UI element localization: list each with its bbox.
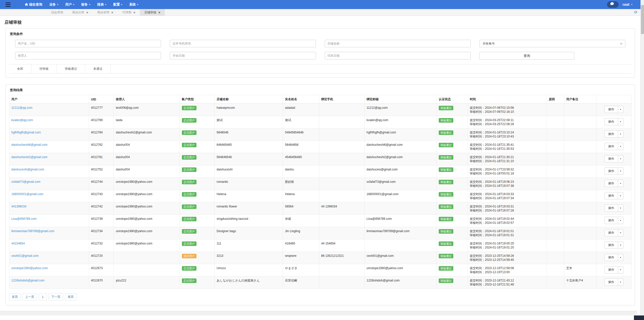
user-link[interactable]: linmiaomiao789789@gmail.com bbox=[11, 229, 54, 233]
filter-tab[interactable]: 审核通过 bbox=[57, 64, 85, 73]
tab[interactable]: 店铺审核 × bbox=[140, 9, 165, 16]
action-button[interactable]: 操作 bbox=[605, 130, 618, 138]
close-icon[interactable]: × bbox=[158, 11, 160, 14]
nav-menu-item[interactable]: 业务 ▾ bbox=[46, 0, 62, 9]
tab-label: 商品管理 bbox=[97, 10, 109, 15]
idcard-input[interactable] bbox=[170, 40, 316, 47]
action-button[interactable]: 操作 bbox=[605, 217, 618, 224]
scrollbar-thumb[interactable] bbox=[641, 5, 644, 34]
action-dropdown-button[interactable]: ▾ bbox=[618, 204, 623, 212]
action-button[interactable]: 操作 bbox=[605, 167, 618, 175]
filter-tab[interactable]: 全部 bbox=[9, 64, 31, 73]
action-button[interactable]: 操作 bbox=[605, 155, 618, 162]
pagination-button[interactable]: 上一页 bbox=[22, 293, 37, 301]
user-link[interactable]: daishucheshi6@gmail.com bbox=[11, 143, 48, 147]
action-cell: 操作 ▾ bbox=[596, 178, 631, 190]
action-dropdown-button[interactable]: ▾ bbox=[618, 254, 623, 261]
action-dropdown-button[interactable]: ▾ bbox=[618, 130, 623, 138]
end-date-input[interactable] bbox=[325, 52, 471, 59]
table-row: daishucheshi6@gmail.com 4012762 daishu00… bbox=[9, 141, 631, 153]
start-date-input[interactable] bbox=[170, 52, 316, 59]
referrer-cell: daishu004 bbox=[114, 141, 180, 153]
user-menu[interactable]: root ▾ bbox=[623, 3, 632, 7]
user-link[interactable]: 1228ishidoh@gmail.com bbox=[11, 279, 45, 282]
pagination-button[interactable]: 下一页 bbox=[49, 293, 63, 301]
action-button[interactable]: 操作 bbox=[605, 106, 618, 113]
action-dropdown-button[interactable]: ▾ bbox=[618, 192, 623, 199]
action-dropdown-button[interactable]: ▾ bbox=[618, 278, 623, 286]
close-icon[interactable]: × bbox=[86, 11, 88, 14]
messages-button[interactable] bbox=[607, 1, 619, 8]
action-dropdown-button[interactable]: ▾ bbox=[618, 266, 623, 273]
action-button-group: 操作 ▾ bbox=[605, 241, 623, 249]
user-link[interactable]: hgfhfhgfh@gmail.com bbox=[11, 131, 41, 134]
chevron-down-icon: ▾ bbox=[620, 158, 621, 160]
action-button[interactable]: 操作 bbox=[605, 254, 618, 261]
user-link[interactable]: daishucheshi2@gmail.com bbox=[11, 155, 48, 159]
action-dropdown-button[interactable]: ▾ bbox=[618, 155, 623, 162]
pagination-button[interactable]: 首页 bbox=[9, 293, 21, 301]
user-link[interactable]: daishuceshi@gmail.com bbox=[11, 168, 44, 171]
account-type-cell: 正式用户 bbox=[180, 227, 214, 239]
filter-tab[interactable]: 待审核 bbox=[31, 64, 57, 73]
action-button[interactable]: 操作 bbox=[605, 204, 618, 212]
corner-widget[interactable] bbox=[634, 315, 644, 320]
user-link[interactable]: 44154654 bbox=[11, 242, 25, 245]
action-dropdown-button[interactable]: ▾ bbox=[618, 167, 623, 175]
nav-menu-item[interactable]: 综合查询 bbox=[21, 0, 46, 9]
action-button[interactable]: 操作 bbox=[605, 192, 618, 199]
shop-name-input[interactable] bbox=[325, 40, 471, 47]
nav-menu-item[interactable]: 用户 ▾ bbox=[62, 0, 78, 9]
nav-menu-item[interactable]: 配置 ▾ bbox=[110, 0, 126, 9]
tab[interactable]: 商品分类 × bbox=[68, 9, 93, 16]
user-link[interactable]: 168000001@gmail.com bbox=[11, 192, 43, 196]
filter-tab[interactable]: 未通过 bbox=[85, 64, 111, 73]
action-button[interactable]: 操作 bbox=[605, 266, 618, 273]
tab[interactable]: 代理商 × bbox=[118, 9, 140, 16]
account-type-select[interactable]: 所有账号 bbox=[479, 40, 625, 47]
action-button[interactable]: 操作 bbox=[605, 143, 618, 150]
action-button-group: 操作 ▾ bbox=[605, 180, 623, 187]
user-link[interactable]: 11212@qq.com bbox=[11, 106, 32, 110]
referrer-input[interactable] bbox=[15, 52, 161, 59]
action-dropdown-button[interactable]: ▾ bbox=[618, 217, 623, 224]
close-icon[interactable]: × bbox=[111, 11, 113, 14]
nav-menu-item[interactable]: 系统 ▾ bbox=[126, 0, 142, 9]
vertical-scrollbar[interactable] bbox=[640, 0, 644, 320]
nav-menu-item[interactable]: 财务 ▾ bbox=[78, 0, 94, 9]
table-row: unrotope1980@yahoo.com 4012673 正式用户 Umss… bbox=[9, 264, 631, 276]
status-cell: 审核通过 bbox=[436, 165, 468, 178]
search-button[interactable]: 查询 bbox=[479, 52, 574, 60]
sidebar-toggle-button[interactable] bbox=[0, 0, 15, 9]
action-button[interactable]: 操作 bbox=[605, 278, 618, 286]
pagination-button[interactable]: 尾页 bbox=[65, 293, 76, 301]
tab[interactable]: 综合查询 bbox=[47, 9, 68, 16]
action-dropdown-button[interactable]: ▾ bbox=[618, 180, 623, 187]
action-cell: 操作 ▾ bbox=[596, 202, 631, 215]
refresh-icon[interactable]: ⟳ bbox=[634, 10, 637, 14]
user-link[interactable]: 441396034 bbox=[11, 205, 26, 208]
user-link[interactable]: ceshi01@gmail.com bbox=[11, 254, 38, 258]
user-link[interactable]: vsfafaf73@gmail.com bbox=[11, 180, 41, 184]
user-link[interactable]: unrotope1980@yahoo.com bbox=[11, 266, 48, 270]
action-button[interactable]: 操作 bbox=[605, 118, 618, 125]
pagination-button[interactable]: 1 bbox=[39, 293, 47, 301]
action-dropdown-button[interactable]: ▾ bbox=[618, 241, 623, 249]
action-dropdown-button[interactable]: ▾ bbox=[618, 143, 623, 150]
action-button[interactable]: 操作 bbox=[605, 229, 618, 236]
username-uid-input[interactable] bbox=[15, 40, 161, 47]
real-name-cell: 56564 bbox=[283, 202, 319, 215]
action-dropdown-button[interactable]: ▾ bbox=[618, 106, 623, 113]
action-dropdown-button[interactable]: ▾ bbox=[618, 118, 623, 125]
action-dropdown-button[interactable]: ▾ bbox=[618, 229, 623, 236]
tab[interactable]: 商品管理 × bbox=[93, 9, 118, 16]
user-link[interactable]: kvalen@qq.com bbox=[11, 118, 33, 122]
close-icon[interactable]: × bbox=[133, 11, 135, 14]
account-type-badge: 正式用户 bbox=[182, 241, 196, 246]
nav-menu-item[interactable]: 报表 ▾ bbox=[94, 0, 110, 9]
submit-time: 提交时间：2024-01-16T19:02:44 bbox=[470, 217, 545, 221]
user-cell: daishucheshi2@gmail.com bbox=[9, 153, 89, 165]
action-button[interactable]: 操作 bbox=[605, 241, 618, 249]
user-link[interactable]: Lisa@856789.com bbox=[11, 217, 36, 221]
action-button[interactable]: 操作 bbox=[605, 180, 618, 187]
